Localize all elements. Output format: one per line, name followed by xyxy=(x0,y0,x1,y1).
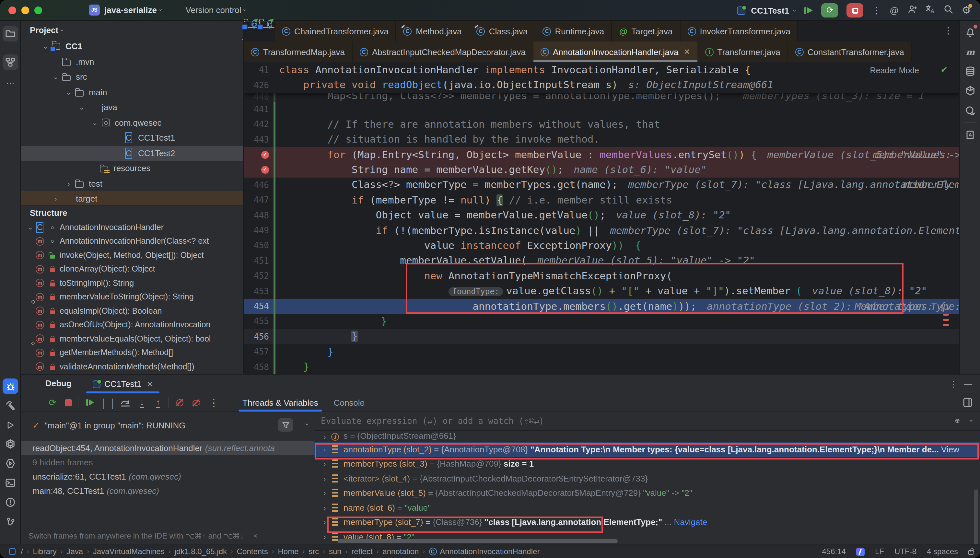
line-ending[interactable]: LF xyxy=(875,547,884,556)
gutter[interactable]: 442 xyxy=(244,120,274,129)
dictionary-icon[interactable]: A xyxy=(962,127,978,143)
editor-tab[interactable]: ChainedTransformer.java xyxy=(275,21,396,41)
code-line[interactable]: 441 xyxy=(244,102,959,117)
tree-chevron-icon[interactable]: ⌄ xyxy=(77,104,87,111)
gutter[interactable]: 441 xyxy=(244,104,274,114)
tree-chevron-icon[interactable]: ⌄ xyxy=(40,43,51,50)
gutter[interactable] xyxy=(244,166,274,174)
breadcrumb-item[interactable]: ›Library xyxy=(23,547,57,556)
structure-row[interactable]: toStringImpl(): String xyxy=(21,276,243,290)
tree-row[interactable]: › test xyxy=(21,176,243,191)
tree-chevron-icon[interactable] xyxy=(113,150,123,157)
notifications-bell-icon[interactable] xyxy=(962,25,978,40)
tree-row[interactable]: ⌄ src xyxy=(21,69,243,85)
thread-selector[interactable]: ✓ "main"@1 in group "main": RUNNING › xyxy=(21,417,314,433)
layout-settings-icon[interactable] xyxy=(962,397,973,408)
maven-icon[interactable]: m xyxy=(962,44,978,60)
gutter[interactable]: 448 xyxy=(244,210,274,220)
debug-icon[interactable] xyxy=(3,379,18,394)
code-line[interactable]: 450 value instanceof ExceptionProxy)) { xyxy=(244,238,959,253)
code-line[interactable]: 457 } xyxy=(244,344,959,359)
readonly-lock-icon[interactable] xyxy=(969,550,973,555)
tree-chevron-icon[interactable]: › xyxy=(64,180,74,187)
tree-row[interactable]: ⌄ java xyxy=(21,100,243,115)
structure-chevron-icon[interactable] xyxy=(26,349,35,356)
code-line[interactable]: 456 } xyxy=(244,329,959,344)
code-line[interactable]: 443 // situation is handled by the invok… xyxy=(244,132,959,147)
structure-chevron-icon[interactable] xyxy=(26,322,35,328)
gutter[interactable]: 452 xyxy=(244,271,274,281)
breakpoint-icon[interactable] xyxy=(261,166,269,174)
gutter[interactable]: 440 xyxy=(244,94,274,102)
indent-setting[interactable]: 4 spaces xyxy=(927,547,958,556)
line-number[interactable]: 426 xyxy=(244,80,274,90)
search-icon[interactable] xyxy=(943,4,953,16)
minimize-window-button[interactable] xyxy=(21,6,29,14)
expand-chevron-icon[interactable]: › xyxy=(320,460,330,468)
ai-chat-icon[interactable] xyxy=(962,103,978,118)
editor-tab[interactable]: Transformer.java xyxy=(698,41,788,62)
structure-row[interactable]: equalsImpl(Object): Boolean xyxy=(21,304,243,318)
code-line[interactable]: 447 if (memberType != null) { // i.e. me… xyxy=(244,192,959,208)
tree-row[interactable]: ⌄ CC1 xyxy=(21,39,243,54)
breadcrumb-item[interactable]: ›src xyxy=(299,547,319,556)
debug-header-kebab-icon[interactable]: ⋮ xyxy=(950,379,958,389)
stop-button[interactable] xyxy=(847,3,863,18)
step-out-icon[interactable]: ↑ xyxy=(152,397,164,408)
chevron-down-icon[interactable]: › xyxy=(304,423,311,425)
file-encoding[interactable]: UTF-8 xyxy=(895,547,916,556)
expand-chevron-icon[interactable]: › xyxy=(320,519,330,526)
variable-row[interactable]: › annotationType (slot_2) = {AnnotationT… xyxy=(314,442,980,456)
tree-chevron-icon[interactable]: ⌄ xyxy=(51,74,61,81)
code-line[interactable]: String name = memberValue.getKey();name … xyxy=(244,162,959,177)
rerun-icon[interactable]: ⟳ xyxy=(47,397,58,408)
structure-row[interactable]: ◇ memberValueToString(Object): String xyxy=(21,290,243,304)
gutter[interactable]: 453 xyxy=(244,286,274,296)
vcs-widget[interactable]: Version control xyxy=(186,5,241,15)
structure-panel-header[interactable]: Structure xyxy=(21,205,243,220)
gutter[interactable]: 443 xyxy=(244,135,274,144)
chevron-down-icon[interactable]: › xyxy=(967,419,976,423)
frame-row[interactable]: main:48, CC1Test1(com.qwesec) xyxy=(21,484,314,498)
breakpoint-icon[interactable] xyxy=(261,151,269,158)
gutter[interactable]: 454 xyxy=(244,301,274,311)
gutter[interactable]: 450 xyxy=(244,241,274,251)
structure-chevron-icon[interactable] xyxy=(26,252,35,259)
structure-row[interactable]: asOneOfUs(Object): AnnotationInvocation xyxy=(21,318,243,332)
structure-chevron-icon[interactable]: ⌄ xyxy=(26,224,35,231)
editor-tab[interactable]: Method.java xyxy=(396,21,469,41)
gutter[interactable]: 449 xyxy=(244,225,274,235)
tree-chevron-icon[interactable] xyxy=(51,58,61,66)
structure-tool-icon[interactable] xyxy=(3,54,18,70)
expand-chevron-icon[interactable]: › xyxy=(320,475,330,482)
code-line[interactable]: 446 Class<?> memberType = memberTypes.ge… xyxy=(244,177,959,192)
editor-tab[interactable]: AbstractInputCheckedMapDecorator.java xyxy=(353,41,534,62)
gutter[interactable]: 447 xyxy=(244,195,274,205)
code-line[interactable]: 455 } xyxy=(244,314,959,329)
breadcrumb-class[interactable]: AnnotationInvocationHandler xyxy=(440,547,540,556)
evaluate-expression-input[interactable]: Evaluate expression (↵) or add a watch (… xyxy=(314,412,980,431)
sticky-code-line[interactable]: 41 class AnnotationInvocationHandler imp… xyxy=(244,62,959,77)
profiler-icon[interactable] xyxy=(3,456,18,471)
editor-tab[interactable]: Target.java xyxy=(612,21,680,41)
resume-icon[interactable] xyxy=(804,7,813,14)
horizontal-scrollbar[interactable] xyxy=(338,539,618,543)
editor-tab[interactable]: TransformedMap.java xyxy=(244,41,353,62)
expand-chevron-icon[interactable]: › xyxy=(320,433,330,441)
step-over-icon[interactable] xyxy=(119,397,131,408)
project-switcher[interactable]: java-serialize xyxy=(104,5,157,15)
expand-chevron-icon[interactable]: › xyxy=(320,533,330,540)
reader-mode-toggle[interactable]: Reader Mode xyxy=(870,66,919,75)
code-line[interactable]: 440 Map<String, Class<?>> memberTypes = … xyxy=(244,94,959,102)
tree-chevron-icon[interactable]: › xyxy=(51,195,61,202)
tree-chevron-icon[interactable] xyxy=(88,165,98,172)
tree-row[interactable]: CC1Test2 xyxy=(21,146,243,161)
project-folder-icon[interactable] xyxy=(3,26,18,41)
code-line[interactable]: 451 memberValue.setValue(memberValue (sl… xyxy=(244,253,959,268)
run-play-icon[interactable] xyxy=(3,417,18,433)
gutter[interactable] xyxy=(244,151,274,158)
structure-chevron-icon[interactable] xyxy=(26,266,35,273)
build-hammer-icon[interactable] xyxy=(3,398,18,414)
variable-row[interactable]: › s = {ObjectInputStream@661} xyxy=(314,431,980,442)
structure-row[interactable]: getMemberMethods(): Method[] xyxy=(21,346,243,360)
